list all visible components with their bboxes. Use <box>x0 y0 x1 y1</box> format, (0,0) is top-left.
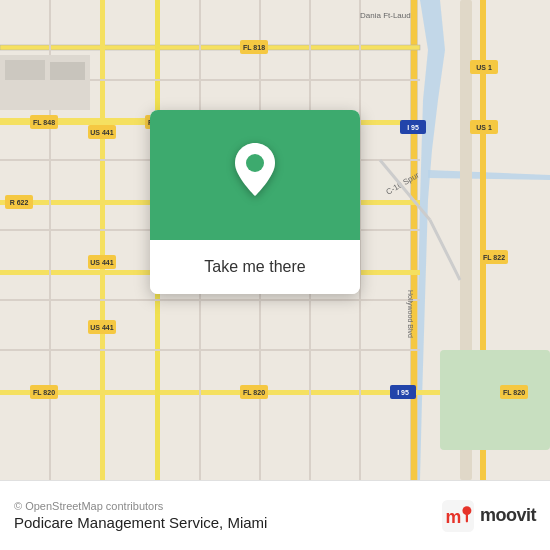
bottom-info: © OpenStreetMap contributors Podicare Ma… <box>14 500 267 531</box>
take-me-there-button[interactable]: Take me there <box>166 250 344 284</box>
svg-text:FL 818: FL 818 <box>243 44 265 51</box>
svg-rect-28 <box>50 62 85 80</box>
place-name: Podicare Management Service, Miami <box>14 514 267 531</box>
moovit-logo: m moovit <box>442 500 536 532</box>
svg-text:US 441: US 441 <box>90 259 113 266</box>
svg-text:I 95: I 95 <box>407 124 419 131</box>
map-container: FL 818 US 441 FL 848 FL 848 I 95 US 1 US… <box>0 0 550 480</box>
svg-rect-12 <box>100 0 105 480</box>
svg-text:I 95: I 95 <box>397 389 409 396</box>
svg-rect-5 <box>0 45 420 50</box>
map-attribution: © OpenStreetMap contributors <box>14 500 267 512</box>
svg-text:R 622: R 622 <box>10 199 29 206</box>
bottom-bar: © OpenStreetMap contributors Podicare Ma… <box>0 480 550 550</box>
svg-rect-14 <box>0 118 160 123</box>
map-pin-icon <box>230 141 280 209</box>
svg-point-68 <box>462 506 471 515</box>
svg-text:FL 822: FL 822 <box>483 254 505 261</box>
card-map-area <box>150 110 360 240</box>
svg-text:US 1: US 1 <box>476 124 492 131</box>
svg-text:FL 820: FL 820 <box>33 389 55 396</box>
svg-text:FL 848: FL 848 <box>33 119 55 126</box>
location-card: Take me there <box>150 110 360 294</box>
svg-text:FL 820: FL 820 <box>503 389 525 396</box>
svg-text:US 1: US 1 <box>476 64 492 71</box>
svg-text:Hollywood Blvd: Hollywood Blvd <box>406 290 414 338</box>
svg-text:Dania Ft-Laud: Dania Ft-Laud <box>360 11 411 20</box>
svg-rect-3 <box>411 0 417 480</box>
svg-rect-25 <box>440 350 550 450</box>
svg-text:US 441: US 441 <box>90 129 113 136</box>
svg-text:FL 820: FL 820 <box>243 389 265 396</box>
moovit-text: moovit <box>480 505 536 526</box>
moovit-icon: m <box>442 500 474 532</box>
svg-text:m: m <box>446 507 462 527</box>
svg-text:US 441: US 441 <box>90 324 113 331</box>
svg-rect-27 <box>5 60 45 80</box>
card-button-area: Take me there <box>150 240 360 294</box>
svg-point-65 <box>246 154 264 172</box>
